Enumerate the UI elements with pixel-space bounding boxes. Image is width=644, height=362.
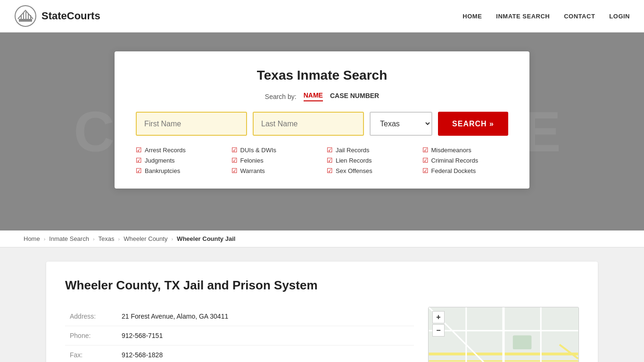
svg-rect-7 (19, 21, 32, 22)
address-label: Address: (65, 307, 117, 326)
logo-text: StateCourts (41, 10, 100, 22)
checklist: ☑ Arrest Records ☑ DUIs & DWIs ☑ Jail Re… (136, 146, 508, 174)
map-zoom-out[interactable]: − (432, 324, 445, 337)
check-label: Judgments (145, 157, 175, 164)
check-icon: ☑ (327, 167, 333, 174)
check-item-misdemeanors: ☑ Misdemeanors (422, 146, 509, 154)
check-icon: ☑ (327, 156, 333, 164)
check-label: Misdemeanors (431, 147, 471, 154)
svg-rect-4 (25, 12, 26, 20)
check-label: Criminal Records (431, 157, 479, 164)
svg-rect-18 (513, 335, 532, 349)
check-label: Felonies (240, 157, 264, 164)
nav-home[interactable]: HOME (462, 13, 482, 20)
check-label: Lien Records (336, 157, 372, 164)
check-item-duis: ☑ DUIs & DWIs (231, 146, 318, 154)
main-nav: HOME INMATE SEARCH CONTACT LOGIN (462, 13, 630, 20)
check-icon: ☑ (231, 156, 238, 164)
search-card: Texas Inmate Search Search by: NAME CASE… (115, 51, 529, 189)
check-icon: ☑ (422, 167, 429, 174)
map-zoom-in[interactable]: + (432, 311, 445, 323)
search-fields: Texas Alabama Alaska Arizona California … (136, 112, 508, 136)
check-item-judgments: ☑ Judgments (136, 156, 222, 164)
breadcrumb-sep: › (93, 236, 95, 242)
map-container: + − (428, 307, 579, 362)
breadcrumb-current: Wheeler County Jail (177, 235, 235, 242)
site-header: StateCourts HOME INMATE SEARCH CONTACT L… (0, 0, 644, 33)
content-layout: Address: 21 Forest Avenue, Alamo, GA 304… (65, 307, 579, 362)
check-icon: ☑ (231, 146, 238, 154)
map-svg: Alamo (429, 307, 578, 362)
check-icon: ☑ (231, 167, 238, 174)
nav-login[interactable]: LOGIN (609, 13, 630, 20)
phone-value: 912-568-7151 (117, 326, 414, 346)
jail-title: Wheeler County, TX Jail and Prison Syste… (65, 278, 579, 293)
check-item-jail: ☑ Jail Records (327, 146, 413, 154)
check-label: Bankruptcies (145, 167, 180, 174)
content-left: Address: 21 Forest Avenue, Alamo, GA 304… (65, 307, 414, 362)
check-icon: ☑ (422, 156, 429, 164)
breadcrumb-sep: › (44, 236, 46, 242)
check-item-lien: ☑ Lien Records (327, 156, 413, 164)
check-label: Federal Dockets (431, 167, 476, 174)
check-item-sex-offenses: ☑ Sex Offenses (327, 167, 413, 174)
fax-row: Fax: 912-568-1828 (65, 346, 414, 362)
check-label: Arrest Records (145, 147, 186, 154)
breadcrumb-wheeler-county[interactable]: Wheeler County (124, 235, 167, 242)
tab-case-number[interactable]: CASE NUMBER (330, 92, 379, 101)
last-name-input[interactable] (253, 112, 364, 136)
fax-label: Fax: (65, 346, 117, 362)
first-name-input[interactable] (136, 112, 247, 136)
address-row: Address: 21 Forest Avenue, Alamo, GA 304… (65, 307, 414, 326)
search-title: Texas Inmate Search (136, 68, 508, 83)
content-card: Wheeler County, TX Jail and Prison Syste… (46, 262, 598, 362)
hero-section: COURTHOUSE Texas Inmate Search Search by… (0, 33, 644, 230)
breadcrumb-home[interactable]: Home (24, 235, 40, 242)
state-select[interactable]: Texas Alabama Alaska Arizona California … (370, 112, 432, 136)
check-label: DUIs & DWIs (240, 147, 277, 154)
check-label: Jail Records (336, 147, 370, 154)
nav-contact[interactable]: CONTACT (564, 13, 595, 20)
check-item-warrants: ☑ Warrants (231, 167, 318, 174)
logo[interactable]: StateCourts (14, 5, 100, 27)
map-controls: + − (432, 311, 445, 337)
check-label: Warrants (240, 167, 265, 174)
main-content: Wheeler County, TX Jail and Prison Syste… (0, 247, 644, 362)
check-icon: ☑ (136, 146, 142, 154)
nav-inmate-search[interactable]: INMATE SEARCH (496, 13, 550, 20)
check-item-felonies: ☑ Felonies (231, 156, 318, 164)
check-item-criminal: ☑ Criminal Records (422, 156, 509, 164)
address-value: 21 Forest Avenue, Alamo, GA 30411 (117, 307, 414, 326)
search-by-label: Search by: (265, 93, 297, 100)
breadcrumb: Home › Inmate Search › Texas › Wheeler C… (0, 230, 644, 247)
fax-value: 912-568-1828 (117, 346, 414, 362)
check-label: Sex Offenses (336, 167, 372, 174)
check-item-bankruptcies: ☑ Bankruptcies (136, 167, 222, 174)
check-item-arrest: ☑ Arrest Records (136, 146, 222, 154)
tab-name[interactable]: NAME (304, 91, 323, 101)
check-icon: ☑ (422, 146, 429, 154)
phone-row: Phone: 912-568-7151 (65, 326, 414, 346)
phone-label: Phone: (65, 326, 117, 346)
info-table: Address: 21 Forest Avenue, Alamo, GA 304… (65, 307, 414, 362)
svg-rect-3 (23, 13, 24, 20)
breadcrumb-texas[interactable]: Texas (99, 235, 115, 242)
check-icon: ☑ (136, 167, 142, 174)
check-item-federal: ☑ Federal Dockets (422, 167, 509, 174)
breadcrumb-sep: › (118, 236, 120, 242)
search-button[interactable]: SEARCH » (438, 112, 508, 136)
breadcrumb-sep: › (171, 236, 173, 242)
logo-icon (14, 5, 37, 27)
search-tabs-row: Search by: NAME CASE NUMBER (136, 91, 508, 101)
breadcrumb-inmate-search[interactable]: Inmate Search (49, 235, 89, 242)
check-icon: ☑ (136, 156, 142, 164)
check-icon: ☑ (327, 146, 333, 154)
